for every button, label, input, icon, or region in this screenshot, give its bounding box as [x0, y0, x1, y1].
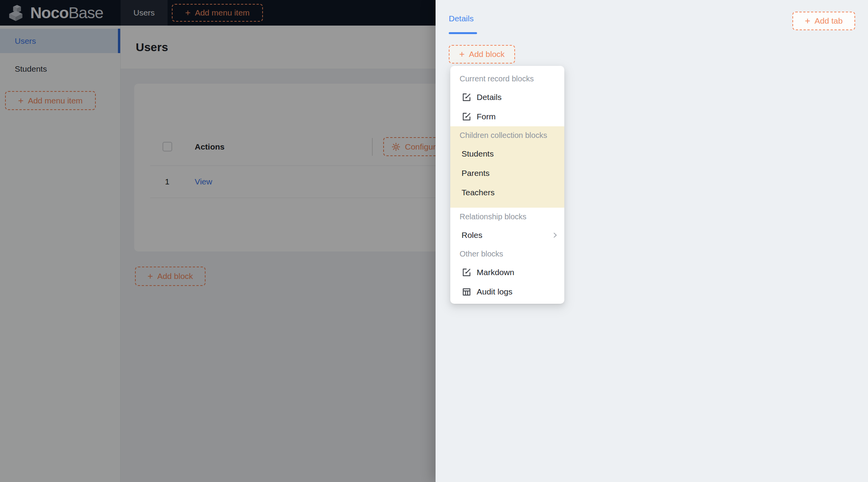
edit-icon: [462, 112, 472, 122]
menu-item-teachers[interactable]: Teachers: [450, 183, 564, 202]
menu-item-details-label: Details: [477, 93, 559, 102]
drawer-tab-details[interactable]: Details: [449, 14, 474, 23]
plus-icon: +: [459, 50, 465, 59]
menu-item-details[interactable]: Details: [450, 88, 564, 107]
menu-item-students-label: Students: [462, 149, 559, 158]
chevron-right-icon: [551, 231, 559, 239]
drawer-tab-details-label: Details: [449, 14, 474, 23]
menu-item-roles-label: Roles: [462, 231, 551, 240]
menu-group-other-blocks: Other blocks: [450, 245, 564, 263]
menu-group-current-record-blocks: Current record blocks: [450, 70, 564, 88]
menu-item-teachers-label: Teachers: [462, 188, 559, 197]
menu-item-students[interactable]: Students: [450, 144, 564, 164]
menu-group-relationship-blocks: Relationship blocks: [450, 208, 564, 226]
menu-item-form-label: Form: [477, 112, 559, 121]
children-collection-group-highlight: Children collection blocks Students Pare…: [450, 126, 564, 208]
menu-item-form[interactable]: Form: [450, 107, 564, 126]
add-block-menu: Current record blocks Details Form Child…: [450, 66, 564, 304]
menu-item-parents-label: Parents: [462, 169, 559, 178]
plus-icon: +: [805, 16, 810, 26]
table-icon: [462, 287, 472, 297]
add-tab-label: Add tab: [814, 16, 842, 26]
add-tab-button[interactable]: + Add tab: [792, 12, 855, 30]
drawer-add-block-button[interactable]: + Add block: [449, 45, 515, 64]
menu-group-children-collection-blocks: Children collection blocks: [450, 126, 564, 144]
menu-item-roles[interactable]: Roles: [450, 226, 564, 245]
edit-icon: [462, 267, 472, 277]
menu-item-markdown[interactable]: Markdown: [450, 263, 564, 282]
menu-item-audit-logs[interactable]: Audit logs: [450, 282, 564, 301]
drawer-add-block-label: Add block: [469, 50, 505, 59]
menu-item-audit-logs-label: Audit logs: [477, 287, 559, 296]
menu-item-parents[interactable]: Parents: [450, 164, 564, 183]
edit-icon: [462, 92, 472, 102]
menu-item-markdown-label: Markdown: [477, 268, 559, 277]
active-tab-underline: [449, 32, 477, 34]
